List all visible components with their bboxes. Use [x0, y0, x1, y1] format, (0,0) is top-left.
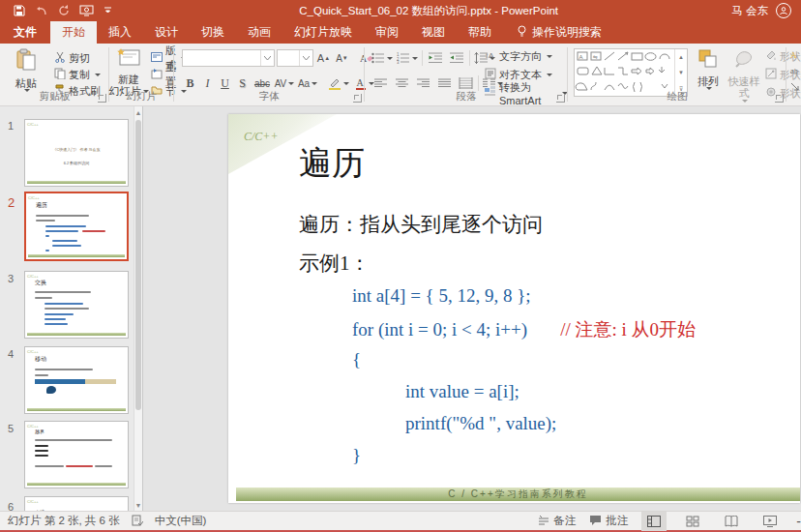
slide-canvas: C/C++ 遍历 遍历：指从头到尾逐个访问 示例1： int a[4] = { … — [143, 106, 801, 511]
group-label-drawing: 绘图 — [568, 90, 786, 103]
tab-insert[interactable]: 插入 — [97, 21, 143, 44]
copy-button[interactable]: 复制 — [54, 66, 101, 83]
tab-slideshow[interactable]: 幻灯片放映 — [282, 21, 364, 44]
status-bar: 幻灯片 第 2 张, 共 6 张 中文(中国) 备注 批注 - — [0, 511, 801, 530]
slideshow-view-button[interactable] — [757, 512, 783, 531]
drawing-dialog-launcher[interactable] — [775, 94, 784, 103]
comments-button[interactable]: 批注 — [589, 514, 628, 528]
undo-icon[interactable] — [35, 6, 48, 16]
grow-font-button[interactable]: A▲ — [315, 49, 332, 67]
scrollbar-thumb[interactable] — [135, 120, 141, 410]
cut-button[interactable]: 剪切 — [54, 49, 90, 67]
align-text-icon — [485, 68, 496, 81]
font-size-combo[interactable] — [277, 49, 313, 67]
shape-outline-icon — [765, 68, 777, 81]
code-line-4[interactable]: int value = a[i]; — [405, 381, 519, 402]
scroll-down-icon[interactable]: ▼ — [134, 499, 142, 511]
tab-review[interactable]: 审阅 — [364, 21, 410, 44]
start-slideshow-icon[interactable] — [79, 5, 94, 16]
thumbnail-slide-2[interactable]: C/C++ 遍历 — [24, 192, 129, 261]
user-name[interactable]: 马 会东 — [731, 4, 768, 18]
slide-sorter-button[interactable] — [680, 512, 705, 531]
tab-transitions[interactable]: 切换 — [190, 21, 236, 44]
thumbnail-slide-1[interactable]: C/C++ 《C快速入门》 作者 马会东 6.2 数组的访问 — [24, 119, 129, 187]
tab-animations[interactable]: 动画 — [236, 21, 282, 44]
tab-help[interactable]: 帮助 — [457, 21, 503, 44]
font-name-combo[interactable] — [182, 49, 275, 67]
thumbnail-slide-3[interactable]: C/C++ 交换 — [24, 271, 129, 339]
notes-button[interactable]: 备注 — [538, 514, 576, 528]
clipboard-dialog-launcher[interactable] — [98, 94, 106, 103]
code-line-5[interactable]: printf("%d ", value); — [405, 413, 556, 434]
thumbnail-slide-6[interactable]: C/C++ 小结 — [24, 496, 129, 511]
shape-gallery-scrollbar[interactable]: ▲ ▼ ⊽ — [674, 49, 687, 96]
notes-icon — [538, 516, 549, 527]
ribbon-tab-row: 文件 开始 插入 设计 切换 动画 幻灯片放映 审阅 视图 帮助 操作说明搜索 — [0, 21, 801, 44]
slide-footer: C / C++学习指南系列教程 — [236, 488, 800, 501]
code-line-2[interactable]: for (int i = 0; i < 4; i++)// 注意: i 从0开始 — [352, 317, 696, 342]
scroll-up-icon[interactable]: ▲ — [134, 106, 142, 118]
user-avatar[interactable] — [776, 3, 791, 18]
text-direction-button[interactable]: ↕A 文字方向 — [485, 47, 568, 65]
group-label-paragraph: 段落 — [365, 90, 568, 103]
slide-body-line-1[interactable]: 遍历：指从头到尾逐个访问 — [299, 211, 543, 238]
reset-icon — [151, 69, 163, 81]
redo-icon[interactable] — [58, 5, 70, 16]
tab-home[interactable]: 开始 — [50, 21, 97, 44]
tab-view[interactable]: 视图 — [410, 21, 457, 44]
comments-icon — [589, 515, 602, 527]
save-icon[interactable] — [14, 5, 25, 16]
slide-thumbnail-panel: 1 C/C++ 《C快速入门》 作者 马会东 6.2 数组的访问 2 C/C++… — [0, 106, 143, 511]
thumb-number-2: 2 — [8, 195, 15, 210]
group-label-font: 字体 — [174, 90, 365, 103]
group-editing-partial: A ab — [786, 44, 801, 105]
svg-text:3: 3 — [397, 60, 400, 64]
code-line-6[interactable]: } — [352, 445, 361, 466]
tab-file[interactable]: 文件 — [0, 21, 50, 44]
code-line-1[interactable]: int a[4] = { 5, 12, 9, 8 }; — [352, 285, 531, 307]
scissors-icon — [54, 51, 66, 65]
zoom-out-button[interactable]: - — [796, 514, 801, 529]
new-slide-icon — [117, 48, 140, 71]
powerpoint-window: C_Quick_Start_06_02 数组的访问.pptx - PowerPo… — [0, 0, 801, 532]
shape-scroll-up-icon[interactable]: ▲ — [675, 49, 687, 65]
thumb-number-4: 4 — [8, 348, 14, 360]
thumb-number-5: 5 — [8, 423, 14, 434]
decrease-indent-button[interactable] — [427, 49, 444, 67]
layout-icon — [151, 52, 163, 64]
shape-fill-icon — [765, 49, 777, 63]
customize-qat-icon[interactable] — [104, 7, 112, 15]
shape-scroll-down-icon[interactable]: ▼ — [675, 65, 687, 80]
normal-view-button[interactable] — [641, 512, 667, 531]
slide-body-line-2[interactable]: 示例1： — [299, 250, 371, 277]
bullets-button[interactable] — [371, 49, 393, 67]
tab-design[interactable]: 设计 — [143, 21, 190, 44]
svg-text:A: A — [579, 54, 583, 60]
group-paragraph: 123 ↕A 文字方向 — [365, 44, 568, 105]
lightbulb-icon — [517, 25, 527, 41]
shrink-font-button[interactable]: A▼ — [334, 49, 350, 67]
slide-position-indicator[interactable]: 幻灯片 第 2 张, 共 6 张 — [8, 514, 120, 528]
numbering-button[interactable]: 123 — [397, 49, 418, 67]
group-drawing: A ⇋ — [568, 44, 786, 105]
svg-text:↕A: ↕A — [485, 51, 494, 60]
group-label-clipboard: 剪贴板 — [0, 90, 109, 103]
font-dialog-launcher[interactable] — [353, 94, 362, 103]
svg-text:⇋: ⇋ — [593, 54, 598, 60]
thumb-number-6: 6 — [8, 501, 14, 511]
group-clipboard: 粘贴 剪切 复制 格式刷 — [0, 44, 109, 105]
slide-title[interactable]: 遍历 — [299, 141, 365, 186]
thumbnail-slide-4[interactable]: C/C++ 移动 — [24, 346, 129, 414]
thumbnail-slide-5[interactable]: C/C++ 越界 — [24, 421, 129, 488]
reading-view-button[interactable] — [719, 512, 744, 531]
increase-indent-button[interactable] — [448, 49, 465, 67]
paragraph-dialog-launcher[interactable] — [556, 94, 565, 103]
slide-editing-surface[interactable]: C/C++ 遍历 遍历：指从头到尾逐个访问 示例1： int a[4] = { … — [228, 114, 800, 503]
code-line-3[interactable]: { — [352, 349, 361, 370]
language-indicator[interactable]: 中文(中国) — [155, 514, 207, 528]
chevron-down-icon — [260, 50, 274, 66]
title-bar: C_Quick_Start_06_02 数组的访问.pptx - PowerPo… — [0, 0, 801, 21]
accessibility-icon[interactable] — [132, 515, 143, 528]
thumbnail-scrollbar[interactable]: ▲ ▼ — [134, 106, 142, 511]
tell-me-search[interactable]: 操作说明搜索 — [503, 21, 602, 44]
